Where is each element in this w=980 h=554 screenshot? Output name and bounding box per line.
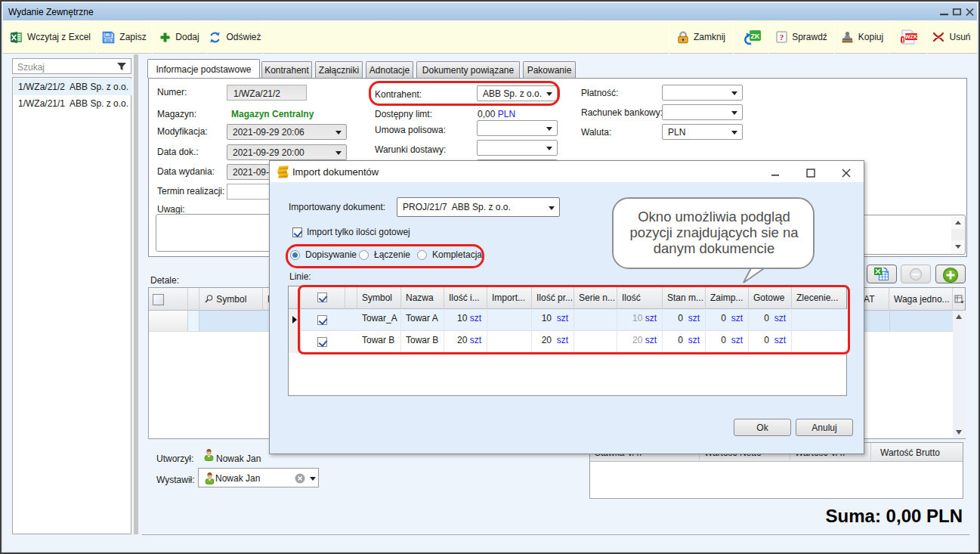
svg-text:ZK: ZK <box>750 32 759 39</box>
svg-text:WZK: WZK <box>905 34 917 39</box>
svg-text:pozycji znajdujących sie na: pozycji znajdujących sie na <box>629 224 799 240</box>
svg-text:danym dokumencie: danym dokumencie <box>654 240 774 256</box>
svg-text:Okno umożliwia podgląd: Okno umożliwia podgląd <box>638 209 790 224</box>
svg-text:?: ? <box>780 32 784 42</box>
